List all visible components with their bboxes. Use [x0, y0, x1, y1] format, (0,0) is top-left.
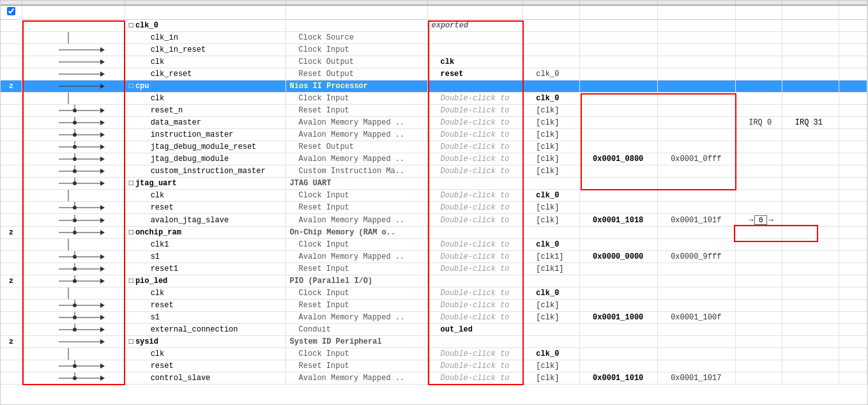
name-cell[interactable]: □cpu: [125, 80, 286, 93]
use-cell: [1, 202, 22, 214]
header-checkbox-cell[interactable]: [1, 5, 22, 20]
export-cell[interactable]: exported: [427, 20, 523, 32]
op-cell: [839, 141, 867, 153]
use-cell: [1, 56, 22, 68]
export-cell[interactable]: Double-click to: [427, 251, 523, 263]
irq-cell: [736, 153, 782, 165]
op-cell: [839, 20, 867, 32]
tags-cell: [782, 68, 839, 80]
name-cell: reset1: [125, 263, 286, 275]
export-cell[interactable]: Double-click to: [427, 141, 523, 153]
export-cell[interactable]: [427, 227, 523, 239]
irq-cell: [736, 251, 782, 263]
tags-cell: [782, 105, 839, 117]
description-cell: Avalon Memory Mapped ..: [286, 153, 427, 165]
connections-cell: [22, 32, 125, 44]
export-cell[interactable]: [427, 80, 523, 93]
export-cell[interactable]: Double-click to: [427, 129, 523, 141]
name-cell: instruction_master: [125, 129, 286, 141]
op-cell: [839, 312, 867, 324]
expand-icon[interactable]: □: [129, 228, 133, 237]
export-cell[interactable]: [427, 178, 523, 190]
export-cell[interactable]: [427, 275, 523, 287]
connections-cell: [22, 178, 125, 190]
header-base: [580, 1, 658, 5]
connections-cell: [22, 324, 125, 336]
irq-cell: [736, 178, 782, 190]
end-cell: [658, 239, 736, 251]
export-cell[interactable]: Double-click to: [427, 263, 523, 275]
op-cell: [839, 68, 867, 80]
name-cell[interactable]: □jtag_uart: [125, 178, 286, 190]
export-cell[interactable]: Double-click to: [427, 202, 523, 214]
name-cell: control_slave: [125, 372, 286, 385]
use-cell: [1, 153, 22, 165]
irq-cell: IRQ 0: [736, 117, 782, 129]
export-cell[interactable]: Double-click to: [427, 153, 523, 165]
export-cell[interactable]: Double-click to: [427, 93, 523, 105]
description-cell: Custom Instruction Ma..: [286, 165, 427, 178]
connections-cell: [22, 214, 125, 227]
expand-icon[interactable]: □: [129, 337, 133, 346]
svg-marker-15: [100, 120, 105, 125]
table-row: jtag_debug_moduleAvalon Memory Mapped ..…: [1, 153, 867, 165]
description-cell: Clock Input: [286, 287, 427, 300]
connections-cell: [22, 275, 125, 287]
expand-icon[interactable]: □: [129, 21, 133, 30]
description-cell: On-Chip Memory (RAM o..: [286, 227, 427, 239]
irq-input[interactable]: [754, 215, 767, 225]
export-cell[interactable]: [427, 336, 523, 348]
export-cell[interactable]: clk: [427, 56, 523, 68]
export-cell[interactable]: Double-click to: [427, 312, 523, 324]
export-cell[interactable]: Double-click to: [427, 117, 523, 129]
export-cell[interactable]: Double-click to: [427, 214, 523, 227]
export-cell[interactable]: [427, 32, 523, 44]
export-cell[interactable]: Double-click to: [427, 105, 523, 117]
table-row: □jtag_uartJTAG UART: [1, 178, 867, 190]
connections-cell: [22, 372, 125, 385]
end-cell: [658, 117, 736, 129]
export-cell[interactable]: Double-click to: [427, 165, 523, 178]
name-cell[interactable]: □pio_led: [125, 275, 286, 287]
end-cell: 0x0000_9fff: [658, 251, 736, 263]
name-cell: clk_in: [125, 32, 286, 44]
component-table: □clk_0exportedclk_inClock Sourceclk_in_r…: [1, 1, 867, 385]
svg-marker-11: [100, 108, 105, 113]
export-cell[interactable]: Double-click to: [427, 348, 523, 360]
description-cell: Clock Input: [286, 44, 427, 56]
connections-cell: [22, 251, 125, 263]
op-cell: [839, 80, 867, 93]
name-cell[interactable]: □clk_0: [125, 20, 286, 32]
use-cell: [1, 263, 22, 275]
table-row: 2□onchip_ramOn-Chip Memory (RAM o..: [1, 227, 867, 239]
use-cell: [1, 32, 22, 44]
export-cell[interactable]: Double-click to: [427, 360, 523, 372]
export-cell[interactable]: Double-click to: [427, 372, 523, 385]
expand-icon[interactable]: □: [129, 82, 133, 91]
connections-cell: [22, 202, 125, 214]
export-cell[interactable]: Double-click to: [427, 190, 523, 202]
op-cell: [839, 105, 867, 117]
select-all-checkbox[interactable]: [7, 7, 15, 15]
table-row: clkClock InputDouble-click toclk_0: [1, 190, 867, 202]
export-cell[interactable]: reset: [427, 68, 523, 80]
export-cell[interactable]: out_led: [427, 324, 523, 336]
name-cell: s1: [125, 251, 286, 263]
clock-cell: [clk]: [523, 165, 580, 178]
irq-cell: [736, 360, 782, 372]
end-cell: [658, 227, 736, 239]
svg-marker-44: [100, 218, 105, 223]
base-cell: [580, 275, 658, 287]
name-cell[interactable]: □onchip_ram: [125, 227, 286, 239]
use-cell: [1, 239, 22, 251]
name-cell[interactable]: □sysid: [125, 336, 286, 348]
expand-icon[interactable]: □: [129, 179, 133, 188]
export-cell[interactable]: Double-click to: [427, 300, 523, 312]
export-cell[interactable]: Double-click to: [427, 239, 523, 251]
end-cell: [658, 105, 736, 117]
expand-icon[interactable]: □: [129, 277, 133, 286]
export-cell[interactable]: [427, 44, 523, 56]
empty-header-cell: [427, 5, 523, 20]
export-cell[interactable]: Double-click to: [427, 287, 523, 300]
tags-cell: [782, 227, 839, 239]
